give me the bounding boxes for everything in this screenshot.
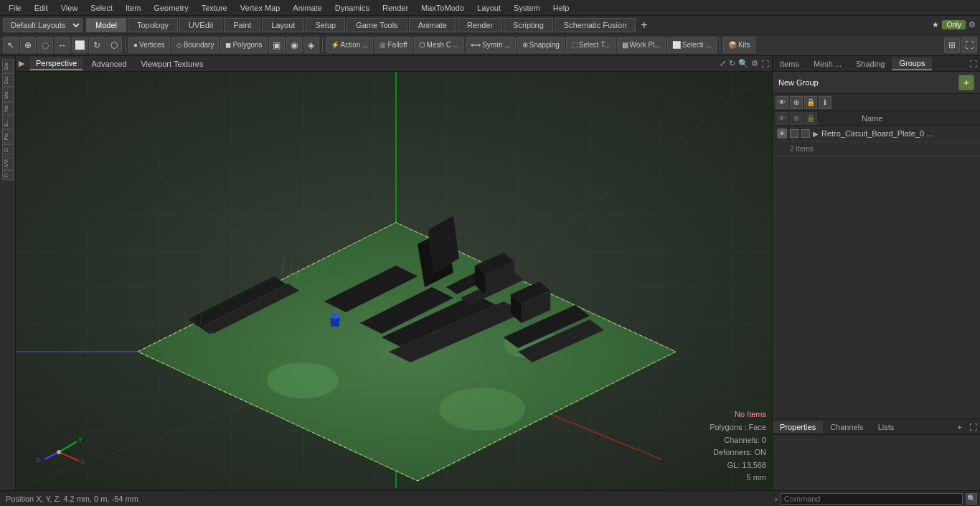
- groups-tab-groups[interactable]: Groups: [892, 57, 932, 70]
- fullscreen-btn[interactable]: ⛶: [961, 37, 977, 53]
- layout-tab-layout[interactable]: Layout: [262, 18, 304, 32]
- prop-tab-properties[interactable]: Properties: [773, 421, 823, 433]
- sidebar-tab-e[interactable]: E...: [2, 116, 14, 130]
- lasso-tool[interactable]: ◌: [37, 37, 53, 53]
- group-checkbox-1[interactable]: [790, 129, 798, 138]
- groups-lock-btn[interactable]: 🔒: [804, 96, 817, 109]
- menu-vertex-map[interactable]: Vertex Map: [235, 2, 286, 14]
- kits-btn[interactable]: 📦 Kits: [723, 37, 755, 53]
- menu-animate[interactable]: Animate: [287, 2, 327, 14]
- viewport-tab-perspective[interactable]: Perspective: [30, 57, 83, 70]
- work-plane-btn[interactable]: ▦ Work Pl...: [617, 37, 666, 53]
- layout-tab-uvedit[interactable]: UVEdit: [179, 18, 222, 32]
- menu-system[interactable]: System: [508, 2, 546, 14]
- viewport-tab-advanced[interactable]: Advanced: [85, 58, 132, 70]
- group-visibility-eye[interactable]: 👁: [777, 128, 787, 139]
- layout-tab-schematic[interactable]: Schematic Fusion: [555, 18, 636, 32]
- action-btn[interactable]: ⚡ Action ...: [326, 37, 374, 53]
- star-badge[interactable]: Only: [942, 20, 966, 29]
- layout-tab-topology[interactable]: Topology: [128, 18, 178, 32]
- view-layout-btn[interactable]: ⊞: [944, 37, 960, 53]
- layout-tab-paint[interactable]: Paint: [224, 18, 260, 32]
- menu-geometry[interactable]: Geometry: [148, 2, 194, 14]
- group-list-item[interactable]: 👁 ▶ Retro_Circuit_Board_Plate_0 ...: [773, 126, 980, 142]
- viewport-zoom-icon[interactable]: 🔍: [738, 59, 748, 68]
- polygons-btn[interactable]: ◼ Polygons: [220, 37, 267, 53]
- menu-view[interactable]: View: [55, 2, 84, 14]
- selection-btn[interactable]: ⬜ Selecti ...: [667, 37, 717, 53]
- sidebar-tab-po[interactable]: Po:: [2, 130, 14, 144]
- sidebar-tab-f[interactable]: F:: [2, 170, 14, 180]
- group-expand-arrow[interactable]: ▶: [813, 130, 819, 138]
- globe-tool[interactable]: ⊕: [20, 37, 36, 53]
- viewport-tab-textures[interactable]: Viewport Textures: [135, 58, 209, 70]
- sidebar-tab-uv[interactable]: UV:: [2, 156, 14, 169]
- viewport-fit-icon[interactable]: ⤢: [720, 59, 726, 68]
- groups-tab-mesh[interactable]: Mesh ...: [806, 58, 849, 70]
- groups-tab-items[interactable]: Items: [773, 58, 806, 70]
- rotate-tool[interactable]: ↻: [89, 37, 105, 53]
- menu-select[interactable]: Select: [85, 2, 118, 14]
- mode-btn3[interactable]: ◈: [303, 37, 319, 53]
- properties-expand-btn[interactable]: ⛶: [966, 423, 980, 431]
- transform-tool[interactable]: ↔: [55, 37, 70, 53]
- groups-add-btn[interactable]: +: [958, 75, 974, 90]
- viewport-settings-icon[interactable]: ⚙: [751, 59, 758, 68]
- group-sub-item[interactable]: 2 Items: [773, 142, 980, 156]
- sidebar-tab-du[interactable]: Du:: [2, 73, 14, 87]
- groups-tab-shading[interactable]: Shading: [849, 58, 892, 70]
- viewport-refresh-icon[interactable]: ↻: [729, 59, 735, 68]
- layout-tab-gametools[interactable]: Game Tools: [347, 18, 407, 32]
- layout-tab-model[interactable]: Model: [86, 18, 126, 32]
- vertices-btn[interactable]: ● Vertices: [128, 37, 170, 53]
- select-tool[interactable]: ↖: [3, 37, 19, 53]
- add-layout-button[interactable]: +: [636, 19, 651, 32]
- groups-info-btn[interactable]: ℹ: [819, 96, 831, 109]
- sidebar-tab-ve[interactable]: Ve:: [2, 102, 14, 115]
- groups-link-btn[interactable]: ⊕: [790, 96, 803, 109]
- move-tool[interactable]: ⬜: [72, 37, 88, 53]
- menu-help[interactable]: Help: [547, 2, 575, 14]
- layout-dropdown[interactable]: Default Layouts: [3, 18, 83, 32]
- mode-btn1[interactable]: ▣: [269, 37, 285, 53]
- prop-tab-channels[interactable]: Channels: [823, 421, 870, 433]
- command-search-btn[interactable]: 🔍: [966, 493, 977, 505]
- groups-expand-icon[interactable]: ⛶: [966, 60, 980, 68]
- menu-maxtomodo[interactable]: MaxToModo: [415, 2, 470, 14]
- layout-tab-animate[interactable]: Animate: [409, 18, 456, 32]
- viewport[interactable]: ▶ Perspective Advanced Viewport Textures…: [16, 56, 772, 490]
- prop-tab-lists[interactable]: Lists: [871, 421, 902, 433]
- command-input[interactable]: [781, 493, 963, 505]
- sidebar-tab-me[interactable]: Me:: [2, 88, 14, 102]
- menu-render[interactable]: Render: [377, 2, 414, 14]
- layout-tab-setup[interactable]: Setup: [306, 18, 345, 32]
- header-eye[interactable]: 👁: [776, 112, 788, 125]
- properties-add-btn[interactable]: +: [953, 423, 966, 431]
- header-link[interactable]: ⊕: [790, 112, 803, 125]
- sidebar-tab-c[interactable]: C:: [2, 144, 14, 155]
- layout-tab-render[interactable]: Render: [458, 18, 502, 32]
- menu-item[interactable]: Item: [120, 2, 146, 14]
- select-type-btn[interactable]: ⬚ Select T...: [566, 37, 616, 53]
- viewport-expand-icon[interactable]: ⛶: [761, 60, 769, 68]
- groups-eye-btn[interactable]: 👁: [776, 96, 788, 109]
- header-lock[interactable]: 🔒: [804, 112, 817, 125]
- scale-tool[interactable]: ⬡: [106, 37, 122, 53]
- group-item-name[interactable]: Retro_Circuit_Board_Plate_0 ...: [821, 129, 976, 138]
- menu-layout[interactable]: Layout: [471, 2, 507, 14]
- menu-file[interactable]: File: [3, 2, 27, 14]
- mesh-btn[interactable]: ⬡ Mesh C ...: [414, 37, 465, 53]
- menu-dynamics[interactable]: Dynamics: [329, 2, 375, 14]
- viewport-canvas[interactable]: Y Z X No Items Polygons : Face Channels:…: [16, 72, 772, 490]
- group-checkbox-2[interactable]: [801, 129, 810, 138]
- settings-icon[interactable]: ⚙: [969, 20, 976, 29]
- menu-edit[interactable]: Edit: [29, 2, 54, 14]
- menu-texture[interactable]: Texture: [196, 2, 233, 14]
- mode-btn2[interactable]: ◉: [286, 37, 302, 53]
- layout-tab-scripting[interactable]: Scripting: [504, 18, 553, 32]
- groups-list[interactable]: 👁 ▶ Retro_Circuit_Board_Plate_0 ... 2 It…: [773, 126, 980, 418]
- sidebar-tab-de[interactable]: De:: [2, 59, 14, 72]
- boundary-btn[interactable]: ◇ Boundary: [171, 37, 220, 53]
- falloff-btn[interactable]: ◎ Falloff: [374, 37, 412, 53]
- snapping-btn[interactable]: ⊕ Snapping: [517, 37, 565, 53]
